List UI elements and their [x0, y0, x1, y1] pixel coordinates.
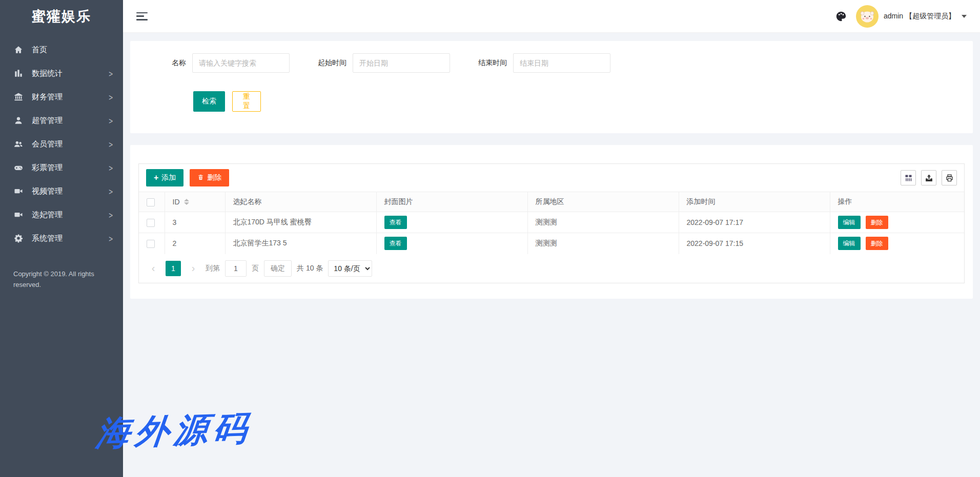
plus-icon: + — [154, 173, 158, 182]
sidebar-item-super-admin[interactable]: 超管管理> — [0, 109, 123, 132]
sidebar-item-label: 数据统计 — [32, 69, 109, 78]
trash-icon — [197, 174, 204, 182]
search-fields-row: 名称起始时间结束时间 — [130, 53, 973, 73]
video-icon — [13, 210, 24, 220]
sidebar-item-home[interactable]: 首页 — [0, 38, 123, 61]
delete-button[interactable]: 删除 — [190, 169, 229, 186]
bar-chart-icon — [13, 68, 24, 78]
cell-time: 2022-09-07 17:17 — [679, 212, 830, 233]
user-menu[interactable]: admin 【超级管理员】 — [856, 5, 967, 28]
col-region: 所属地区 — [527, 192, 679, 212]
sidebar: 蜜獾娱乐 首页数据统计>财务管理>超管管理>会员管理>彩票管理>视频管理>选妃管… — [0, 0, 123, 477]
confirm-page-button[interactable]: 确定 — [264, 260, 292, 277]
theme-palette-icon[interactable] — [834, 10, 848, 23]
users-icon — [13, 139, 24, 149]
cell-region: 测测测 — [527, 212, 679, 233]
chevron-right-icon: > — [109, 186, 113, 197]
table-row: 2北京留学生173 5查看测测测2022-09-07 17:15编辑删除 — [139, 233, 964, 254]
menu-toggle-icon[interactable] — [136, 12, 148, 20]
page-number-active[interactable]: 1 — [166, 261, 181, 276]
edit-button[interactable]: 编辑 — [838, 237, 861, 250]
search-field-group: 结束时间 — [478, 53, 610, 73]
end-date-input[interactable] — [513, 53, 610, 73]
sidebar-menu: 首页数据统计>财务管理>超管管理>会员管理>彩票管理>视频管理>选妃管理>系统管… — [0, 38, 123, 250]
chevron-right-icon: > — [109, 210, 113, 220]
sidebar-item-label: 系统管理 — [32, 234, 109, 243]
chevron-right-icon: > — [109, 162, 113, 173]
table-wrapper: +添加 删除 — [138, 163, 965, 283]
jump-prefix-label: 到第 — [206, 264, 220, 273]
search-field-group: 起始时间 — [318, 53, 450, 73]
add-button[interactable]: +添加 — [146, 169, 183, 186]
home-icon — [13, 45, 24, 55]
sidebar-item-label: 财务管理 — [32, 92, 109, 102]
jump-page-input[interactable] — [225, 260, 247, 277]
sidebar-item-video[interactable]: 视频管理> — [0, 179, 123, 203]
row-checkbox[interactable] — [147, 219, 155, 227]
sidebar-item-label: 首页 — [32, 45, 113, 55]
chevron-right-icon: > — [109, 139, 113, 150]
row-delete-button[interactable]: 删除 — [866, 237, 888, 250]
search-button[interactable]: 检索 — [193, 91, 225, 112]
sidebar-item-label: 视频管理 — [32, 186, 109, 196]
pagination: ‹ 1 › 到第 页 确定 共 10 条 10 条/页 — [139, 254, 964, 283]
edit-button[interactable]: 编辑 — [838, 216, 861, 229]
main-area: admin 【超级管理员】 名称起始时间结束时间 检索 重置 — [123, 0, 980, 477]
page-size-select[interactable]: 10 条/页 — [328, 260, 372, 277]
cell-name: 北京留学生173 5 — [225, 233, 376, 254]
table-body: 3北京170D 马甲线 蜜桃臀查看测测测2022-09-07 17:17编辑删除… — [139, 212, 964, 254]
sidebar-item-stats[interactable]: 数据统计> — [0, 61, 123, 85]
chevron-right-icon: > — [109, 68, 113, 79]
sidebar-item-finance[interactable]: 财务管理> — [0, 85, 123, 109]
sort-icon[interactable] — [184, 199, 189, 205]
sidebar-item-lottery[interactable]: 彩票管理> — [0, 156, 123, 179]
jump-suffix-label: 页 — [252, 264, 259, 273]
name-input[interactable] — [192, 53, 290, 73]
table-header-row: ID 选妃名称 封面图片 所属地区 添加时间 操作 — [139, 192, 964, 212]
app-logo: 蜜獾娱乐 — [0, 0, 123, 33]
app-root: 蜜獾娱乐 首页数据统计>财务管理>超管管理>会员管理>彩票管理>视频管理>选妃管… — [0, 0, 980, 477]
chevron-down-icon — [962, 15, 967, 18]
view-cover-button[interactable]: 查看 — [384, 216, 407, 229]
sidebar-item-label: 彩票管理 — [32, 163, 109, 173]
search-panel: 名称起始时间结束时间 检索 重置 — [130, 41, 973, 133]
prev-page-icon[interactable]: ‹ — [146, 261, 160, 276]
col-ops: 操作 — [830, 192, 964, 212]
search-field-group: 名称 — [172, 53, 290, 73]
sidebar-item-label: 选妃管理 — [32, 210, 109, 220]
select-all-checkbox[interactable] — [147, 198, 155, 206]
sidebar-item-label: 会员管理 — [32, 139, 109, 149]
view-cover-button[interactable]: 查看 — [384, 237, 407, 250]
table-panel: +添加 删除 — [130, 145, 973, 299]
row-delete-button[interactable]: 删除 — [866, 216, 888, 229]
sidebar-item-members[interactable]: 会员管理> — [0, 132, 123, 156]
cell-name: 北京170D 马甲线 蜜桃臀 — [225, 212, 376, 233]
col-cover: 封面图片 — [376, 192, 527, 212]
user-icon — [13, 115, 24, 126]
total-count-label: 共 10 条 — [297, 264, 323, 273]
table-tools — [901, 170, 957, 185]
start-date-input[interactable] — [353, 53, 450, 73]
columns-filter-icon[interactable] — [901, 170, 916, 185]
reset-button[interactable]: 重置 — [232, 91, 261, 112]
print-icon[interactable] — [942, 170, 957, 185]
gear-icon — [13, 233, 24, 243]
bank-icon — [13, 92, 24, 102]
content: 名称起始时间结束时间 检索 重置 +添加 删除 — [123, 33, 980, 477]
sidebar-item-system[interactable]: 系统管理> — [0, 226, 123, 250]
cell-region: 测测测 — [527, 233, 679, 254]
cell-id: 2 — [165, 233, 225, 254]
row-checkbox[interactable] — [147, 240, 155, 248]
next-page-icon[interactable]: › — [186, 261, 200, 276]
cell-time: 2022-09-07 17:15 — [679, 233, 830, 254]
avatar — [856, 5, 879, 28]
table-toolbar: +添加 删除 — [139, 164, 964, 192]
sidebar-item-concubine[interactable]: 选妃管理> — [0, 203, 123, 226]
video-icon — [13, 186, 24, 196]
chevron-right-icon: > — [109, 115, 113, 126]
chevron-right-icon: > — [109, 92, 113, 102]
cell-id: 3 — [165, 212, 225, 233]
export-icon[interactable] — [921, 170, 936, 185]
copyright-text: Copyright © 2019. All rights reserved. — [0, 268, 123, 291]
username-label: admin 【超级管理员】 — [884, 12, 955, 21]
